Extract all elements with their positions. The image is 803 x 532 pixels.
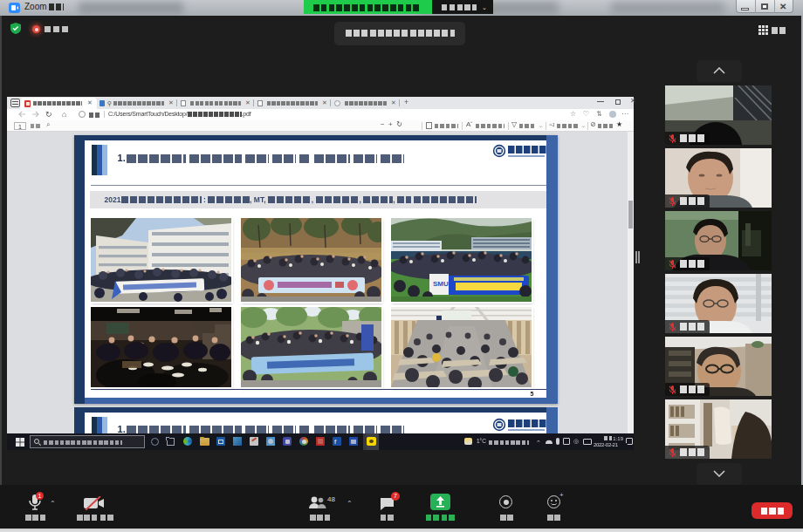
svg-text:SMU: SMU [433, 280, 449, 288]
